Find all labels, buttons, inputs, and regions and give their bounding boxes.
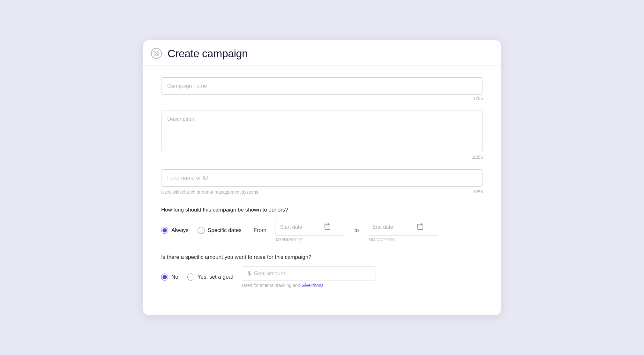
end-date-box[interactable] <box>368 219 438 236</box>
specific-dates-radio[interactable] <box>198 227 205 234</box>
no-option[interactable]: No <box>161 274 178 281</box>
end-date-format: MM/DD/YYYY <box>368 237 395 242</box>
start-date-calendar-icon[interactable] <box>324 223 331 232</box>
start-date-wrapper: MM/DD/YYYY <box>275 219 345 242</box>
campaign-name-char-count: 0/55 <box>161 96 483 101</box>
yes-goal-label: Yes, set a goal <box>198 274 233 280</box>
from-label: From <box>254 227 266 234</box>
goal-amount-row: No Yes, set a goal $ Used for internal t… <box>161 266 483 288</box>
end-date-wrapper: MM/DD/YYYY <box>368 219 438 242</box>
goal-hint: Used for internal tracking and Givelitho… <box>242 283 376 288</box>
yes-goal-option[interactable]: Yes, set a goal <box>187 274 233 281</box>
goal-input-wrapper: $ <box>242 266 376 281</box>
fund-name-input[interactable] <box>161 169 483 187</box>
duration-radio-row: Always Specific dates From <box>161 219 483 242</box>
campaign-name-input[interactable] <box>161 77 483 95</box>
description-group: 0/255 <box>161 111 483 160</box>
goal-section: Is there a specific amount you want to r… <box>161 251 483 288</box>
fund-name-group: Used with church or donor management sys… <box>161 169 483 195</box>
goal-hint-text: Used for internal tracking and <box>242 283 302 288</box>
description-char-count: 0/255 <box>161 155 483 160</box>
modal-header: Create campaign <box>143 40 501 66</box>
close-button[interactable] <box>151 48 162 59</box>
always-label: Always <box>171 227 189 234</box>
givelithons-link[interactable]: Givelithons <box>301 283 323 288</box>
end-date-input[interactable] <box>373 224 414 230</box>
end-date-calendar-icon[interactable] <box>417 223 424 232</box>
goal-label: Is there a specific amount you want to r… <box>161 254 483 260</box>
start-date-format: MM/DD/YYYY <box>275 237 302 242</box>
modal-title: Create campaign <box>168 47 248 60</box>
goal-amount-input[interactable] <box>254 270 370 277</box>
svg-rect-7 <box>417 224 423 229</box>
campaign-name-group: 0/55 <box>161 77 483 101</box>
duration-section: How long should this campaign be shown t… <box>161 204 483 242</box>
specific-dates-option[interactable]: Specific dates <box>198 227 242 234</box>
always-radio[interactable] <box>161 227 168 234</box>
svg-rect-3 <box>325 224 330 229</box>
duration-label: How long should this campaign be shown t… <box>161 207 483 213</box>
fund-name-char-count: 0/55 <box>474 189 483 194</box>
to-label: to <box>354 227 359 234</box>
no-radio[interactable] <box>161 274 168 281</box>
description-input[interactable] <box>161 111 483 152</box>
specific-dates-label: Specific dates <box>208 227 242 234</box>
no-label: No <box>171 274 178 280</box>
yes-goal-radio[interactable] <box>187 274 194 281</box>
modal-body: 0/55 0/255 Used with church or donor man… <box>143 66 501 310</box>
fund-field-row: Used with church or donor management sys… <box>161 188 483 195</box>
dollar-sign: $ <box>248 270 251 277</box>
create-campaign-modal: Create campaign 0/55 0/255 Used with chu… <box>143 40 501 315</box>
start-date-input[interactable] <box>280 224 321 230</box>
always-option[interactable]: Always <box>161 227 189 234</box>
fund-name-hint: Used with church or donor management sys… <box>161 189 258 195</box>
start-date-box[interactable] <box>275 219 345 236</box>
